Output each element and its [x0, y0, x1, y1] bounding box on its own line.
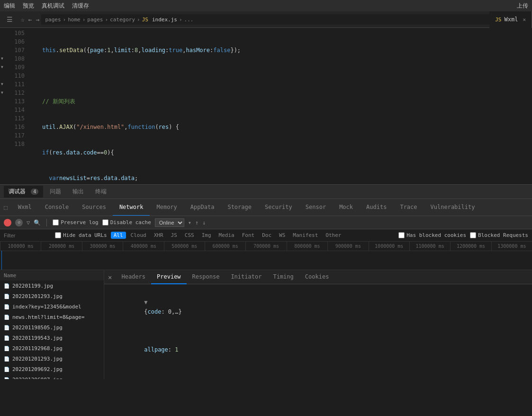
- file-item-7[interactable]: 📄 202201201293.jpg: [0, 353, 104, 364]
- preserve-log-checkbox[interactable]: [53, 219, 59, 226]
- file-item-8[interactable]: 📄 202201209692.jpg: [0, 364, 104, 374]
- hide-data-urls-label[interactable]: Hide data URLs: [55, 232, 107, 238]
- devtools-tab-output[interactable]: 输出: [68, 186, 89, 198]
- has-blocked-cookies-label[interactable]: Has blocked cookies: [398, 232, 466, 238]
- forward-icon[interactable]: →: [34, 16, 42, 23]
- filter-tag-ws[interactable]: WS: [276, 232, 288, 239]
- file-icon-8: 📄: [4, 367, 9, 372]
- back-icon[interactable]: ←: [27, 16, 34, 23]
- filter-tag-cloud[interactable]: Cloud: [128, 232, 149, 239]
- disable-cache-text: Disable cache: [110, 219, 151, 226]
- stop-icon: ⊘: [18, 220, 21, 225]
- hide-data-urls-checkbox[interactable]: [55, 232, 61, 238]
- filter-tag-img[interactable]: Img: [199, 232, 214, 239]
- bookmark-icon[interactable]: ☆: [19, 16, 27, 23]
- file-name-4: 202201198505.jpg: [12, 325, 63, 331]
- devtools-inspect-icon[interactable]: ⬚: [4, 204, 8, 211]
- file-item-1[interactable]: 📄 202201201293.jpg: [0, 291, 104, 301]
- nav-tab-wxml[interactable]: Wxml: [11, 199, 38, 216]
- preview-tab-preview[interactable]: Preview: [151, 270, 187, 284]
- ln-112: 112: [0, 89, 25, 97]
- menu-clear[interactable]: 清缓存: [72, 2, 89, 10]
- preview-tab-initiator[interactable]: Initiator: [225, 270, 267, 284]
- file-item-2[interactable]: 📄 index?key=123456&model: [0, 301, 104, 312]
- filter-icon[interactable]: ▽: [27, 219, 30, 226]
- bc-pages1[interactable]: pages: [45, 17, 61, 23]
- tick-1100: 1100000 ms: [409, 242, 450, 251]
- filter-tag-font[interactable]: Font: [239, 232, 258, 239]
- file-item-3[interactable]: 📄 news.html?limit=8&page=: [0, 312, 104, 322]
- blocked-requests-checkbox[interactable]: [470, 232, 476, 238]
- tick-1300: 1300000 ms: [491, 242, 532, 251]
- file-icon-3: 📄: [4, 315, 9, 320]
- filter-tag-xhr[interactable]: XHR: [151, 232, 166, 239]
- menu-debug[interactable]: 真机调试: [42, 2, 64, 10]
- devtools-nav: ⬚ Wxml Console Sources Network Memory Ap…: [0, 199, 532, 216]
- disable-cache-checkbox[interactable]: [102, 219, 108, 226]
- nav-tab-storage[interactable]: Storage: [221, 199, 258, 216]
- devtools-tab-debugger[interactable]: 调试器 4: [4, 186, 43, 198]
- preview-tab-headers[interactable]: Headers: [116, 270, 151, 284]
- stop-button[interactable]: ⊘: [15, 219, 23, 226]
- menu-preview[interactable]: 预览: [23, 2, 34, 10]
- has-blocked-cookies-checkbox[interactable]: [398, 232, 405, 238]
- blocked-requests-label[interactable]: Blocked Requests: [470, 232, 528, 238]
- expand-root[interactable]: ▼: [144, 299, 147, 306]
- nav-tab-sensor[interactable]: Sensor: [299, 199, 333, 216]
- filter-tag-js[interactable]: JS: [168, 232, 180, 239]
- bc-home[interactable]: home: [68, 17, 81, 23]
- sidebar-menu-icon: ☰: [7, 16, 13, 23]
- ln-108: 108: [0, 54, 25, 63]
- file-name-0: 202201199.jpg: [12, 283, 53, 289]
- file-item-4[interactable]: 📄 202201198505.jpg: [0, 322, 104, 333]
- file-name-7: 202201201293.jpg: [12, 356, 63, 362]
- nav-tab-appdata[interactable]: AppData: [184, 199, 221, 216]
- preserve-log-label[interactable]: Preserve log: [53, 219, 98, 226]
- file-name-1: 202201201293.jpg: [12, 293, 63, 299]
- nav-tab-vulnerability[interactable]: Vulnerability: [424, 199, 482, 216]
- nav-tab-security[interactable]: Security: [258, 199, 299, 216]
- download-icon[interactable]: ↓: [202, 219, 206, 226]
- file-item-6[interactable]: 📄 202201192968.jpg: [0, 343, 104, 353]
- menu-edit[interactable]: 编辑: [4, 2, 15, 10]
- throttle-arrow-icon[interactable]: ▾: [188, 219, 191, 226]
- file-item-9[interactable]: 📄 202201206807.jpg: [0, 374, 104, 379]
- tab-close-icon[interactable]: ✕: [523, 17, 526, 23]
- devtools-tab-terminal[interactable]: 终端: [90, 186, 111, 198]
- nav-tab-network[interactable]: Network: [113, 199, 150, 216]
- nav-tab-memory[interactable]: Memory: [150, 199, 183, 216]
- bc-index-js[interactable]: index.js: [152, 17, 177, 23]
- bc-pages2[interactable]: pages: [87, 17, 103, 23]
- upload-icon[interactable]: ↑: [195, 219, 198, 226]
- filter-tag-media[interactable]: Media: [216, 232, 237, 239]
- sidebar-toggle[interactable]: ☰: [0, 11, 19, 28]
- nav-tab-mock[interactable]: Mock: [333, 199, 360, 216]
- filter-tag-manifest[interactable]: Manifest: [290, 232, 321, 239]
- online-select[interactable]: Online: [155, 218, 184, 227]
- nav-tab-console[interactable]: Console: [38, 199, 76, 216]
- nav-tab-trace[interactable]: Trace: [393, 199, 424, 216]
- file-list-header: Name: [0, 270, 104, 280]
- preview-close-icon[interactable]: ✕: [104, 273, 116, 281]
- preview-tab-timing[interactable]: Timing: [267, 270, 299, 284]
- filter-tag-doc[interactable]: Doc: [259, 232, 274, 239]
- filter-tag-css[interactable]: CSS: [182, 232, 197, 239]
- timeline-ruler: 100000 ms 200000 ms 300000 ms 400000 ms …: [0, 242, 532, 251]
- bc-category[interactable]: category: [110, 17, 135, 23]
- filter-tag-other[interactable]: Other: [323, 232, 344, 239]
- code-content: this.setData({ page: 1, limit: 8, loadin…: [28, 28, 532, 184]
- disable-cache-label[interactable]: Disable cache: [102, 219, 151, 226]
- search-icon[interactable]: 🔍: [34, 219, 41, 226]
- preview-tab-cookies[interactable]: Cookies: [299, 270, 335, 284]
- record-button[interactable]: [4, 219, 11, 226]
- filter-tag-all[interactable]: All: [111, 232, 126, 239]
- file-item-5[interactable]: 📄 202201199543.jpg: [0, 333, 104, 343]
- tab-index-js[interactable]: JS Wxml ✕: [489, 11, 532, 28]
- nav-tab-audits[interactable]: Audits: [360, 199, 393, 216]
- devtools-tab-issues[interactable]: 问题: [45, 186, 66, 198]
- file-icon-7: 📄: [4, 356, 9, 362]
- filter-input[interactable]: [4, 233, 51, 238]
- nav-tab-sources[interactable]: Sources: [75, 199, 113, 216]
- file-item-0[interactable]: 📄 202201199.jpg: [0, 280, 104, 291]
- preview-tab-response[interactable]: Response: [187, 270, 225, 284]
